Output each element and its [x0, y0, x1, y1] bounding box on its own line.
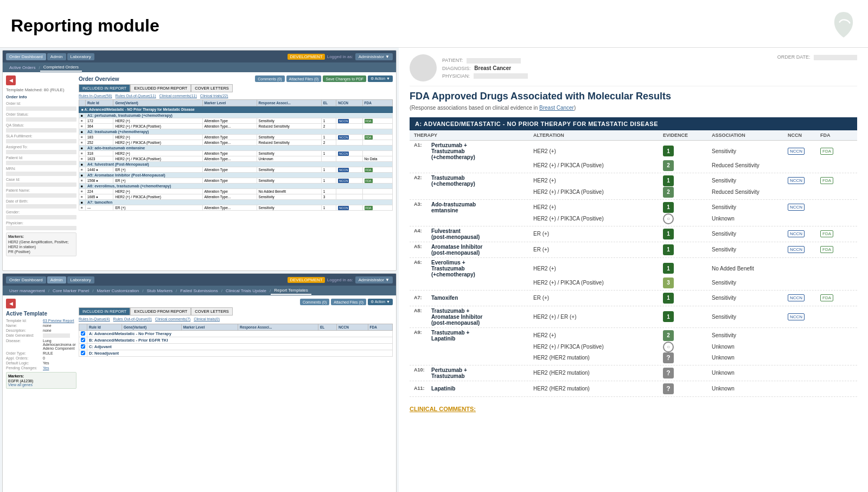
at-subtab-out-queue[interactable]: Rules Out-of-Queue(0): [113, 317, 152, 321]
col-alteration: ALTERATION: [533, 133, 663, 138]
fda-row-a7-sub1: A7: Tamoxifen ER (+) 1 Sensitivity NCCN …: [414, 292, 853, 304]
fda-row-a10: A10: Pertuzumab +Trastuzumab HER2 (HER2 …: [410, 365, 857, 381]
oo-sub-tabs: Rules In-Queue(58) Rules Out-of-Queue(11…: [79, 94, 393, 98]
breast-cancer-link[interactable]: Breast Cancer: [539, 105, 574, 111]
nav2-laboratory[interactable]: Laboratory: [67, 276, 94, 283]
fda-alteration-a9-3: HER2 (HER2 mutation): [533, 355, 663, 361]
table-row: ≡252HER2 (+) / PIK3CA (Positive)Alterati…: [79, 140, 393, 146]
subnav2-report-templates[interactable]: Report Templates: [271, 287, 311, 295]
template-matched: Template Matched: 80 (RULE): [6, 87, 76, 92]
fda-assoc-a3-1: Sensitivity: [712, 204, 788, 210]
field-gender: Gender:: [6, 210, 76, 219]
subnav-active-orders[interactable]: Active Orders: [6, 64, 39, 71]
at-tab-included[interactable]: INCLUDED IN REPORT: [79, 307, 130, 316]
subnav2-clinical-trials[interactable]: Clinical Trials Update: [222, 287, 270, 294]
fda-alteration-a9-2: HER2 (+) / PIK3CA (Positive): [533, 344, 663, 350]
subgroup-label-a5: A5: Aromatase Inhibitor (Post-Menopausal…: [86, 173, 393, 178]
nav-laboratory[interactable]: Laboratory: [67, 53, 94, 60]
nav2-admin[interactable]: Admin: [47, 276, 66, 283]
admin-btn-1[interactable]: Administrator ▼: [355, 53, 393, 60]
action-btn[interactable]: ⚙ Action ▼: [368, 75, 393, 82]
subtab-clinical-comments[interactable]: Clinical comments(11): [159, 94, 197, 98]
subtab-clinical-trials[interactable]: Clinical trials(22): [200, 94, 228, 98]
at-subtab-clinical-trials[interactable]: Clinical trials(0): [194, 317, 220, 321]
tab-excluded[interactable]: EXCLUDED FROM REPORT: [130, 84, 191, 92]
logged-in-label-2: Logged in as:: [327, 277, 353, 282]
at-subtab-in-queue[interactable]: Rules In-Queue(4): [79, 317, 110, 321]
at-check-c[interactable]: [81, 344, 85, 349]
subtab-in-queue[interactable]: Rules In-Queue(58): [79, 94, 112, 98]
fda-therapy-a5: A5: Aromatase Inhibitor(post-menopausal): [414, 244, 533, 256]
fda-row-a6: A6: Everolimus +Trastuzumab(+chemotherap…: [410, 258, 857, 291]
oo-container: ◀ Template Matched: 80 (RULE) Order Info…: [3, 72, 396, 270]
col-nccn: NCCN: [336, 100, 362, 106]
at-tab-excluded[interactable]: EXCLUDED FROM REPORT: [130, 307, 191, 316]
subgroup-label-a6: A6: everolimus, trastuzumab (+chemothera…: [86, 184, 393, 189]
order-date-val: [814, 55, 857, 60]
fda-nccn-a2-1: NCCN: [788, 177, 820, 184]
fda-fda-a1-1: FDA: [820, 148, 853, 155]
physician-val: [474, 73, 528, 79]
at-tab-cover[interactable]: COVER LETTERS: [191, 307, 233, 316]
field-description: Description: none: [6, 329, 76, 332]
field-pending-changes: Pending Changes: Yes: [6, 366, 76, 370]
field-order-id: Order Id:: [6, 101, 76, 111]
field-appl-orders: Appl. Orders: 0: [6, 356, 76, 360]
at-back-btn[interactable]: ◀: [6, 299, 16, 308]
field-name: Name: none: [6, 324, 76, 327]
subtab-out-queue[interactable]: Rules Out-of-Queue(11): [115, 94, 156, 98]
fda-alteration-a5-1: ER (+): [533, 247, 663, 253]
oo-title: Order Overview: [79, 76, 119, 82]
fda-badge-a1-1: FDA: [820, 148, 833, 155]
nav-admin[interactable]: Admin: [47, 53, 66, 60]
fda-evidence-a9-3: ?: [663, 352, 712, 363]
col-nccn: NCCN: [788, 133, 820, 138]
nccn-badge: NCCN: [338, 168, 349, 172]
view-all-genes-link[interactable]: View all genes: [8, 383, 33, 387]
clinical-comments-link[interactable]: CLINICAL COMMENTS:: [410, 406, 857, 412]
table-row: ≡172HER2 (+)Alteration TypeSensitivity1 …: [79, 118, 393, 124]
patient-name-val: [467, 58, 521, 64]
fda-row-a7: A7: Tamoxifen ER (+) 1 Sensitivity NCCN …: [410, 291, 857, 306]
nav2-order-dashboard[interactable]: Order Dashboard: [6, 276, 46, 283]
at-action-btn[interactable]: ⚙ Action ▼: [368, 299, 393, 305]
subnav2-user-mgmt[interactable]: User management: [6, 287, 48, 294]
tab-included[interactable]: INCLUDED IN REPORT: [79, 84, 130, 92]
at-check-a[interactable]: [81, 331, 85, 336]
at-col-gene: Gene(Variant): [122, 324, 181, 331]
fda-alteration-a3-2: HER2 (+) / PIK3CA (Positive): [533, 216, 663, 222]
subnav2-marker-custom[interactable]: Marker Customization: [93, 287, 142, 294]
at-check-b[interactable]: [81, 338, 85, 342]
nav-order-dashboard[interactable]: Order Dashboard: [6, 53, 46, 60]
field-default-logic: Default Logic: Yes: [6, 361, 76, 365]
at-comments-btn[interactable]: Comments (0): [300, 299, 329, 305]
fda-assoc-a3-2: Unknown: [712, 216, 788, 222]
fda-therapy-a7: A7: Tamoxifen: [414, 295, 533, 301]
topbar-nav-2: Order Dashboard Admin Laboratory: [6, 276, 94, 283]
fda-alteration-a11-1: HER2 (HER2 mutation): [533, 386, 663, 392]
subgroup-row-a2: ■ A2: trastuzumab (+chemotherapy): [79, 129, 393, 135]
oo-sidebar: ◀ Template Matched: 80 (RULE) Order Info…: [6, 75, 76, 267]
at-subtab-clinical-comments[interactable]: Clinical comments(7): [155, 317, 190, 321]
nccn-badge-a1-1: NCCN: [788, 148, 805, 155]
fda-row-a9-sub3: HER2 (HER2 mutation) ? Unknown: [414, 352, 853, 363]
subnav2-failed-sub[interactable]: Failed Submissions: [177, 287, 221, 294]
save-pdf-btn[interactable]: Save Changes to PDF: [323, 75, 366, 82]
fda-nccn-a5-1: NCCN: [788, 246, 820, 253]
fda-nccn-a4-1: NCCN: [788, 230, 820, 237]
subnav2-stub-markers[interactable]: Stub Markers: [143, 287, 176, 294]
diagnosis-row: DIAGNOSIS: Breast Cancer: [442, 65, 528, 71]
subnav2-core-marker[interactable]: Core Marker Panel: [49, 287, 92, 294]
subnav-completed-orders[interactable]: Completed Orders: [40, 64, 82, 72]
comments-btn[interactable]: Comments (0): [255, 75, 284, 82]
table-row: ≡1685 ♦HER2 (+) / PIK3CA (Positive)Alter…: [79, 194, 393, 200]
fda-alteration-a3-1: HER2 (+): [533, 204, 663, 210]
at-attached-btn[interactable]: Attached Files (0): [331, 299, 366, 305]
back-btn-1[interactable]: ◀: [6, 75, 16, 85]
field-patient-id: Patient Id:: [6, 155, 76, 165]
at-check-d[interactable]: [81, 351, 85, 355]
tab-cover[interactable]: COVER LETTERS: [191, 84, 233, 92]
admin-btn-2[interactable]: Administrator ▼: [355, 276, 393, 283]
attached-btn[interactable]: Attached Files (0): [286, 75, 322, 82]
fda-row-a2: A2: Trastuzumab(+chemotherapy) HER2 (+) …: [410, 173, 857, 200]
